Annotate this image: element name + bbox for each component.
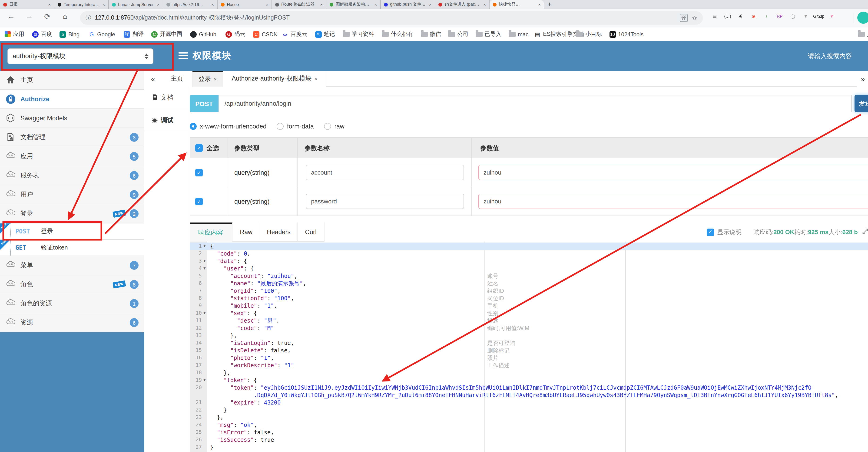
- radio-form-data[interactable]: form-data: [277, 123, 314, 130]
- content-tab-主页[interactable]: 主页: [162, 71, 192, 87]
- content-tab-登录[interactable]: 登录×: [192, 71, 223, 87]
- line-number[interactable]: 13: [190, 332, 202, 339]
- fold-arrow-icon[interactable]: ▼: [203, 376, 207, 384]
- response-tab-Headers[interactable]: Headers: [260, 223, 298, 242]
- radio-icon[interactable]: [190, 123, 197, 130]
- url-bar[interactable]: ⓘ 127.0.0.1:8760/api/gate/doc.html#/auth…: [80, 11, 703, 25]
- extension-icon[interactable]: RP: [775, 12, 784, 21]
- row-checkbox[interactable]: ✓: [195, 198, 203, 205]
- param-value-input[interactable]: zuihou: [478, 194, 868, 209]
- panel-tab-调试[interactable]: 调试: [144, 109, 188, 132]
- browser-tab[interactable]: 快捷快只…×: [490, 0, 544, 9]
- bookmark-item[interactable]: 公司: [448, 30, 468, 39]
- line-number[interactable]: 12: [190, 324, 202, 332]
- line-number[interactable]: 23: [190, 414, 202, 421]
- menu-hamburger-icon[interactable]: [179, 52, 188, 60]
- line-number[interactable]: 1: [190, 243, 202, 250]
- line-number[interactable]: 6: [190, 280, 202, 287]
- row-checkbox[interactable]: ✓: [195, 169, 203, 176]
- send-button[interactable]: 发送: [855, 95, 868, 112]
- browser-tab[interactable]: 图解微服务架构三…×: [327, 0, 381, 9]
- bookmark-item[interactable]: C开源中国: [151, 30, 182, 39]
- param-name-input[interactable]: password: [306, 194, 464, 209]
- line-number[interactable]: 11: [190, 317, 202, 324]
- tab-close-icon[interactable]: ×: [48, 2, 51, 7]
- content-tab-Authorize-authority-权限模块[interactable]: Authorize-authority-权限模块×: [223, 71, 327, 87]
- browser-tab[interactable]: github push 文件夹…×: [381, 0, 435, 9]
- extension-icon[interactable]: ♁: [763, 12, 771, 21]
- sidebar-item-用户[interactable]: API用户9: [0, 185, 144, 204]
- show-desc-checkbox[interactable]: ✓: [707, 228, 714, 236]
- bookmark-item[interactable]: 什么都有: [381, 30, 413, 39]
- line-number[interactable]: 25: [190, 429, 202, 436]
- sidebar-op-get[interactable]: NEWGET验证token: [0, 240, 144, 256]
- sidebar-op-post[interactable]: NEWPOST登录: [0, 223, 144, 240]
- url-text[interactable]: 127.0.0.1:8760/api/gate/doc.html#/author…: [95, 14, 290, 22]
- browser-tab[interactable]: Luna - JumpServer×: [109, 0, 163, 9]
- extension-icon[interactable]: ✳: [828, 12, 836, 21]
- line-number[interactable]: 18: [190, 369, 202, 376]
- sidebar-item-菜单[interactable]: API菜单7: [0, 256, 144, 275]
- param-value-input[interactable]: zuihou: [478, 165, 868, 180]
- browser-tab[interactable]: Route 路由过滤器×: [272, 0, 327, 9]
- tab-close-icon[interactable]: ×: [374, 2, 377, 7]
- header-search-input[interactable]: 请输入搜索内容: [808, 52, 852, 60]
- line-number[interactable]: 20: [190, 384, 202, 392]
- select-all-checkbox[interactable]: ✓: [195, 144, 203, 152]
- sidebar-item-服务表[interactable]: API服务表6: [0, 166, 144, 185]
- bookmark-item[interactable]: mac: [508, 30, 528, 39]
- line-number[interactable]: 14: [190, 339, 202, 347]
- param-name-input[interactable]: account: [306, 165, 464, 180]
- response-tab-响应内容[interactable]: 响应内容: [190, 223, 232, 242]
- extension-icon[interactable]: 英: [737, 12, 745, 21]
- extension-icon[interactable]: ▼: [802, 12, 810, 21]
- fold-arrow-icon[interactable]: ▼: [203, 265, 207, 272]
- panel-tab-文档[interactable]: 文档: [144, 87, 188, 109]
- line-number[interactable]: 9: [190, 302, 202, 310]
- line-number[interactable]: 17: [190, 362, 202, 369]
- line-number[interactable]: 2: [190, 250, 202, 257]
- tab-close-icon[interactable]: ×: [429, 2, 431, 7]
- browser-tab[interactable]: sh文件进入 (pack…×: [435, 0, 490, 9]
- tab-close-icon[interactable]: ×: [538, 2, 541, 7]
- radio-icon[interactable]: [324, 123, 331, 130]
- line-number[interactable]: 22: [190, 406, 202, 414]
- sidebar-item-Swagger Models[interactable]: Swagger Models: [0, 109, 144, 128]
- sidebar-item-应用[interactable]: API应用5: [0, 147, 144, 166]
- extension-icon[interactable]: GitZip: [814, 12, 823, 21]
- profile-avatar[interactable]: [857, 12, 868, 24]
- sidebar-item-主页[interactable]: 主页: [0, 71, 144, 90]
- line-number[interactable]: 27: [190, 444, 202, 451]
- extension-icon[interactable]: ▤: [710, 12, 719, 21]
- extension-icon[interactable]: ◯: [788, 12, 797, 21]
- bookmark-item[interactable]: 译翻译: [124, 30, 144, 39]
- browser-tab[interactable]: https://s-k2-16…×: [163, 0, 218, 9]
- sidebar-item-登录[interactable]: API登录NEW2: [0, 204, 144, 223]
- home-icon[interactable]: ⌂: [63, 12, 67, 21]
- browser-tab[interactable]: Hasee×: [218, 0, 272, 9]
- sidebar-item-角色的资源[interactable]: API角色的资源1: [0, 294, 144, 313]
- line-number[interactable]: 8: [190, 295, 202, 302]
- module-select[interactable]: authority-权限模块: [7, 49, 153, 64]
- line-number[interactable]: 10: [190, 310, 202, 317]
- translate-icon[interactable]: 译: [680, 14, 688, 22]
- fold-arrow-icon[interactable]: ▼: [203, 243, 207, 250]
- bookmark-item[interactable]: G码云: [225, 30, 246, 39]
- radio-raw[interactable]: raw: [324, 123, 344, 130]
- bookmark-item[interactable]: 小目标: [576, 30, 602, 39]
- extension-icon[interactable]: {…}: [723, 12, 732, 21]
- line-number[interactable]: 16: [190, 354, 202, 362]
- bookmark-item[interactable]: 应用: [5, 30, 24, 39]
- radio-x-www-form-urlencoded[interactable]: x-www-form-urlencoded: [190, 123, 267, 130]
- sidebar-item-资源[interactable]: API资源6: [0, 313, 144, 332]
- bookmark-item[interactable]: 学习资料: [342, 30, 374, 39]
- fold-arrow-icon[interactable]: ▼: [203, 257, 207, 265]
- tab-close-icon[interactable]: ×: [320, 2, 323, 7]
- tab-close-icon[interactable]: ×: [157, 2, 159, 7]
- bookmark-star-icon[interactable]: ☆: [691, 14, 698, 22]
- bookmark-item[interactable]: 百百度: [32, 30, 52, 39]
- other-bookmarks[interactable]: 其: [858, 30, 868, 39]
- line-number[interactable]: 4: [190, 265, 202, 272]
- bookmark-item[interactable]: 微信: [421, 30, 441, 39]
- tab-close-icon[interactable]: ×: [483, 2, 486, 7]
